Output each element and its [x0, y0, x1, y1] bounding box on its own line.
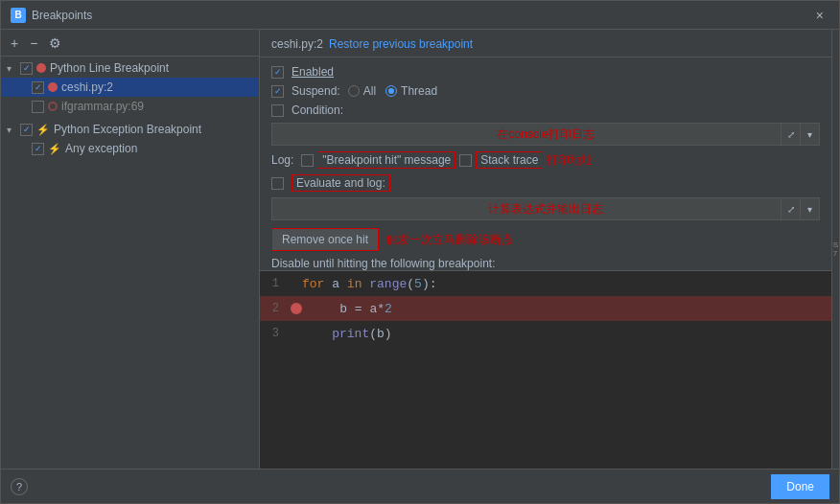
spacer2: [18, 102, 28, 112]
disable-label-row: Disable until hitting the following brea…: [271, 257, 820, 270]
suspend-row: Suspend: All Thread: [271, 84, 820, 98]
group2-checkbox[interactable]: [20, 124, 33, 136]
log-label: Log:: [271, 153, 293, 167]
remove-once-button[interactable]: Remove once hit: [271, 228, 379, 251]
dialog-title: Breakpoints: [32, 9, 92, 22]
expand-arrow-2: ▾: [7, 125, 16, 135]
all-radio-wrap: All: [348, 84, 376, 98]
dot-red-icon: [36, 63, 46, 73]
help-button[interactable]: ?: [11, 478, 28, 495]
main-content: + − ⚙ ▾ Python Line Breakpoint ceshi.py:…: [1, 30, 839, 469]
tree-item-any-exception[interactable]: ⚡ Any exception: [1, 139, 259, 158]
all-label: All: [363, 84, 376, 98]
all-radio[interactable]: [348, 85, 360, 97]
remove-button[interactable]: −: [26, 34, 41, 53]
enabled-label: Enabled: [292, 65, 334, 79]
right-content: Enabled Suspend: All Thread: [260, 57, 831, 270]
line-num-1: 1: [260, 277, 287, 290]
toolbar: + − ⚙: [1, 30, 259, 57]
tree-group-python-line[interactable]: ▾ Python Line Breakpoint: [1, 58, 259, 78]
ifgrammar-checkbox[interactable]: [32, 101, 44, 113]
dialog-icon: B: [11, 8, 26, 23]
suspend-label: Suspend:: [292, 84, 340, 98]
thread-radio[interactable]: [385, 85, 397, 97]
tree-item-ceshi[interactable]: ceshi.py:2: [1, 78, 259, 97]
dot-outline-ifgrammar: [48, 102, 58, 111]
suspend-checkbox[interactable]: [271, 85, 284, 98]
group1-label: Python Line Breakpoint: [50, 61, 169, 75]
stack-trace-label: Stack trace: [476, 151, 543, 169]
ceshi-label: ceshi.py:2: [61, 80, 113, 94]
any-exception-checkbox[interactable]: [32, 143, 44, 155]
title-bar: B Breakpoints ×: [1, 1, 839, 30]
settings-button[interactable]: ⚙: [45, 34, 65, 53]
evaluate-dropdown-icon[interactable]: ▾: [801, 197, 820, 220]
enabled-checkbox[interactable]: [271, 66, 284, 79]
group2-label: Python Exception Breakpoint: [54, 123, 201, 136]
evaluate-checkbox[interactable]: [271, 177, 284, 190]
right-header: ceshi.py:2 Restore previous breakpoint: [260, 30, 831, 57]
scroll-indicator: S7: [833, 241, 838, 258]
left-panel: + − ⚙ ▾ Python Line Breakpoint ceshi.py:…: [1, 30, 260, 469]
stack-trace-checkbox[interactable]: [459, 154, 472, 167]
evaluate-row: Evaluate and log:: [271, 174, 820, 192]
file-name: ceshi.py:2: [271, 37, 323, 51]
evaluate-input-row: 计算表达式并输出日志 ⤢ ▾: [271, 197, 820, 220]
condition-input-row: 在console打印日志 ⤢ ▾: [271, 123, 820, 146]
expand-arrow-1: ▾: [7, 63, 16, 74]
close-button[interactable]: ×: [810, 6, 829, 25]
spacer: [18, 82, 28, 93]
evaluate-label: Evaluate and log:: [292, 174, 390, 192]
title-bar-left: B Breakpoints: [11, 8, 92, 23]
bottom-bar: ? Done: [1, 469, 839, 503]
condition-dropdown-icon[interactable]: ▾: [801, 123, 820, 146]
condition-input[interactable]: [271, 123, 782, 146]
remove-once-row: Remove once hit 触发一次立马删除该断点: [271, 228, 820, 251]
done-button[interactable]: Done: [771, 474, 829, 499]
code-line-3: 3 print(b): [260, 321, 831, 346]
condition-checkbox[interactable]: [271, 104, 284, 117]
line-code-1: for a in range(5):: [294, 277, 831, 291]
thread-label: Thread: [401, 84, 437, 98]
thread-radio-wrap: Thread: [385, 84, 437, 98]
ceshi-checkbox[interactable]: [32, 81, 44, 94]
line-num-3: 3: [260, 327, 287, 340]
condition-row: Condition:: [271, 103, 820, 117]
log-row: Log: "Breakpoint hit" message Stack trac…: [271, 151, 820, 169]
lightning-icon: ⚡: [36, 124, 50, 136]
line-code-3: print(b): [294, 327, 831, 341]
disable-until-label: Disable until hitting the following brea…: [271, 257, 495, 270]
spacer3: [18, 144, 28, 154]
add-button[interactable]: +: [7, 34, 22, 53]
code-line-1: 1 for a in range(5):: [260, 271, 831, 296]
code-line-2: 2 b = a*2: [260, 296, 831, 321]
enabled-row: Enabled: [271, 65, 820, 79]
line-num-2: 2: [260, 302, 287, 315]
right-panel: ceshi.py:2 Restore previous breakpoint E…: [260, 30, 831, 469]
ifgrammar-label: ifgrammar.py:69: [61, 100, 144, 113]
tree-area: ▾ Python Line Breakpoint ceshi.py:2 ifgr…: [1, 57, 259, 469]
group1-checkbox[interactable]: [20, 62, 33, 75]
remove-once-hint: 触发一次立马删除该断点: [386, 232, 513, 248]
log-message-label: "Breakpoint hit" message: [317, 151, 455, 169]
evaluate-input[interactable]: [271, 197, 782, 220]
evaluate-expand-icon[interactable]: ⤢: [782, 197, 801, 220]
any-exception-label: Any exception: [65, 142, 137, 155]
suspend-radio-group: All Thread: [348, 84, 437, 98]
log-message-checkbox[interactable]: [301, 154, 314, 167]
breakpoint-dot: [291, 303, 302, 314]
scrollbar[interactable]: S7: [831, 30, 839, 469]
tree-group-exception[interactable]: ▾ ⚡ Python Exception Breakpoint: [1, 120, 259, 139]
log-hint: 打印地址: [547, 152, 593, 169]
breakpoints-dialog: B Breakpoints × + − ⚙ ▾ Python Line Brea…: [0, 0, 840, 504]
condition-label: Condition:: [292, 103, 343, 117]
dot-red-ceshi: [48, 82, 58, 92]
line-code-2: b = a*2: [302, 302, 831, 316]
lightning-any: ⚡: [48, 143, 61, 155]
condition-expand-icon[interactable]: ⤢: [782, 123, 801, 146]
code-area: 1 for a in range(5): 2 b = a*2 3: [260, 270, 831, 469]
restore-link[interactable]: Restore previous breakpoint: [329, 37, 473, 51]
tree-item-ifgrammar[interactable]: ifgrammar.py:69: [1, 97, 259, 116]
